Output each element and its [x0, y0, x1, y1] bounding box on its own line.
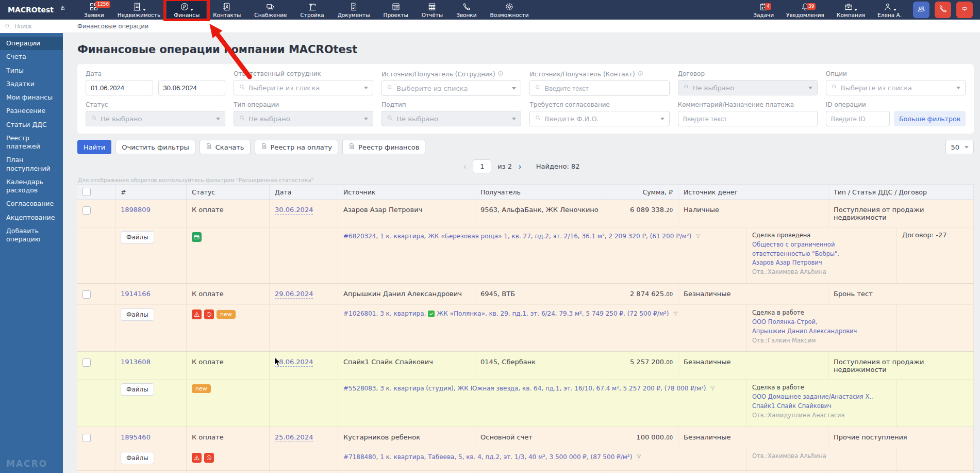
source-contact-value[interactable] — [544, 85, 664, 92]
responsible-select[interactable]: Выберите из списка — [234, 80, 373, 95]
comment-input[interactable] — [678, 111, 818, 126]
operation-date-link[interactable]: 28.06.2024 — [275, 358, 313, 367]
funnel-icon[interactable] — [636, 454, 642, 460]
nav-item-uvedomleniya[interactable]: 39 Уведомления — [780, 2, 830, 18]
nav-item-finansy[interactable]: Финансы — [167, 0, 206, 20]
nav-item-snabzhenie[interactable]: Снабжение — [247, 0, 293, 20]
comment-value[interactable] — [683, 115, 812, 123]
operation-id-link[interactable]: 1913608 — [121, 358, 151, 366]
deal-status: Сделка в работе — [752, 383, 891, 393]
sidebar-item-kalendar-raskhodov[interactable]: Календарь расходов — [0, 175, 63, 198]
find-button[interactable]: Найти — [77, 140, 111, 154]
row-checkbox[interactable] — [82, 206, 91, 215]
nav-item-nedvizhimost[interactable]: Недвижимость — [111, 0, 167, 20]
nav-item-profile[interactable]: Елена А. — [871, 2, 908, 18]
files-button[interactable]: Файлы — [121, 383, 154, 396]
row-checkbox[interactable] — [82, 434, 91, 442]
column-header: Статус — [187, 185, 270, 199]
nav-item-kompaniya[interactable]: Компания — [830, 2, 871, 18]
sidebar-item-moi-finansy[interactable]: Мои финансы — [0, 91, 63, 104]
approval-select[interactable]: Введите Ф.И.О. — [529, 111, 669, 126]
breadcrumb[interactable]: Финансовые операции — [77, 23, 148, 30]
status-select[interactable]: Не выбрано — [86, 111, 225, 126]
nav-item-kontakty[interactable]: Контакты — [206, 0, 247, 20]
watermark: MACRO — [6, 459, 47, 469]
deal-link[interactable]: ООО Полянка-Строй, — [752, 318, 891, 327]
sidebar-item-dobavit-operaciyu[interactable]: Добавить операцию — [0, 224, 63, 247]
sidebar-search-input[interactable] — [13, 22, 59, 30]
record-button[interactable] — [956, 2, 973, 18]
contract-select[interactable]: Не выбрано — [678, 80, 818, 95]
more-filters-button[interactable]: Больше фильтров — [894, 111, 966, 126]
source-employee-select[interactable]: Выберите из списка — [381, 80, 521, 96]
subtype-select[interactable]: Не выбрано — [381, 111, 521, 126]
nav-item-vozmozhnosti[interactable]: Возможности — [484, 0, 536, 20]
nav-item-dokumenty[interactable]: Документы — [331, 0, 377, 20]
date-to-value[interactable] — [163, 84, 221, 92]
page-size-select[interactable]: 50 — [945, 140, 974, 154]
date-from-value[interactable] — [91, 84, 148, 92]
property-link[interactable]: #1026801, 3 к. квартира, — [343, 310, 426, 317]
download-button[interactable]: Скачать — [200, 140, 251, 154]
deal-link[interactable]: Спайк1 Спайк Спайкович — [752, 402, 891, 411]
operation-date-link[interactable]: 30.06.2024 — [275, 206, 313, 215]
source-contact-input[interactable] — [529, 80, 669, 96]
sidebar-item-scheta[interactable]: Счета — [0, 50, 63, 63]
operation-id-value[interactable] — [831, 115, 885, 123]
operation-date-link[interactable]: 25.06.2024 — [275, 433, 313, 442]
chevron-down-icon — [660, 118, 665, 120]
call-button[interactable] — [935, 2, 951, 18]
finance-registry-button[interactable]: Реестр финансов — [342, 140, 425, 154]
sidebar-item-reestr-platezhey[interactable]: Реестр платежей — [0, 132, 63, 154]
sidebar-item-stati-dds[interactable]: Статьи ДДС — [0, 118, 63, 132]
row-checkbox[interactable] — [82, 290, 91, 299]
operation-id-input[interactable] — [826, 111, 890, 126]
deal-link[interactable]: Азаров Азар Петрович — [752, 258, 891, 268]
operation-id-link[interactable]: 1914166 — [121, 290, 151, 298]
team-button[interactable] — [913, 2, 929, 18]
property-link[interactable]: #7188480, 1 к. квартира, Табеева, 5, кв.… — [343, 453, 632, 461]
funnel-icon[interactable] — [695, 234, 701, 239]
deal-link[interactable]: ООО Домашнее задание/Анастасия Х., — [752, 393, 891, 402]
sidebar-item-raznesenie[interactable]: Разнесение — [0, 104, 63, 118]
nav-item-zvonki[interactable]: Звонки — [450, 0, 483, 20]
nav-item-zadachi[interactable]: 4 Задачи — [747, 2, 780, 18]
property-link[interactable]: ЖК «Полянка», кв. 29, пд.1, эт. 6/24, 79… — [437, 310, 669, 317]
sidebar-item-plan-postupleniy[interactable]: План поступлений — [0, 153, 63, 175]
files-button[interactable]: Файлы — [121, 452, 154, 464]
pagination-page-input[interactable]: 1 — [473, 159, 491, 173]
sidebar-item-soglasovanie[interactable]: Согласование — [0, 197, 63, 210]
nav-item-otchety[interactable]: Отчёты — [415, 0, 450, 20]
table-row: 1848949 К оплате 24.06.2024 ООО ТЕСТ АЙВ… — [77, 471, 974, 473]
sidebar-item-akceptovanie[interactable]: Акцептование — [0, 211, 63, 224]
operation-id-link[interactable]: 1895460 — [121, 433, 151, 441]
select-all-checkbox[interactable] — [82, 188, 91, 196]
operation-date-link[interactable]: 29.06.2024 — [275, 290, 313, 299]
files-button[interactable]: Файлы — [121, 308, 154, 321]
nav-item-proekty[interactable]: Проекты — [377, 0, 415, 20]
files-button[interactable]: Файлы — [121, 231, 154, 243]
date-from-input[interactable] — [86, 80, 153, 95]
row-checkbox[interactable] — [82, 358, 91, 367]
sidebar-item-tipy[interactable]: Типы — [0, 64, 63, 77]
sidebar-item-zadatki[interactable]: Задатки — [0, 77, 63, 91]
date-to-input[interactable] — [158, 80, 226, 95]
options-select[interactable]: Выберите из списка — [826, 80, 966, 95]
property-link[interactable]: #5528083, 3 к. квартира (студия), ЖК Южн… — [343, 385, 706, 392]
app-logo[interactable]: MACROtest — [0, 0, 77, 20]
payment-registry-button[interactable]: Реестр на оплату — [255, 140, 339, 154]
operation-id-link[interactable]: 1898809 — [121, 206, 151, 214]
deal-link[interactable]: Апрышкин Данил Александрович — [752, 327, 891, 336]
property-link[interactable]: #6820324, 1 к. квартира, ЖК «Березовая р… — [343, 233, 691, 240]
funnel-icon[interactable] — [710, 386, 716, 392]
nav-item-zayavki[interactable]: 1256 Заявки — [77, 0, 111, 20]
deal-link[interactable]: Общество с ограниченной ответственностью… — [752, 240, 891, 259]
nav-item-stroyka[interactable]: Стройка — [294, 0, 331, 20]
clear-filters-button[interactable]: Очистить фильтры — [115, 140, 195, 154]
sidebar-item-operacii[interactable]: Операции — [0, 37, 63, 50]
funnel-icon[interactable] — [673, 311, 678, 317]
pagination-next[interactable]: › — [518, 161, 522, 172]
sidebar-search[interactable] — [0, 20, 63, 33]
operation-type-select[interactable]: Не выбрано — [234, 111, 373, 126]
pagination-prev[interactable]: ‹ — [463, 161, 467, 172]
